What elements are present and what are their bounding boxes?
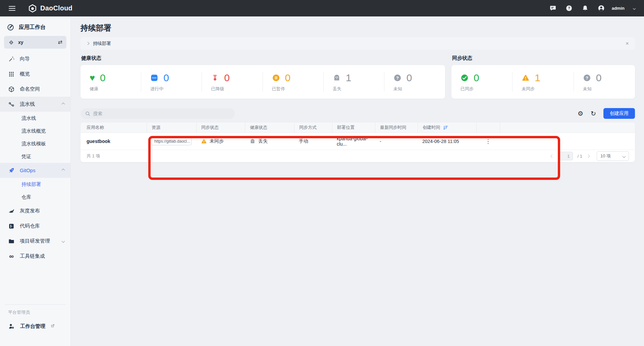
- stat-label: 未同步: [522, 86, 574, 92]
- column-header-sync-mode[interactable]: 同步方式: [294, 122, 332, 133]
- column-header-location[interactable]: 部署位置: [332, 122, 375, 133]
- breadcrumb-label[interactable]: 持续部署: [93, 41, 111, 47]
- chevron-up-icon[interactable]: [62, 169, 65, 172]
- folder-icon: [8, 238, 15, 245]
- workbench-icon: [7, 23, 14, 31]
- stat-value: 1: [535, 72, 540, 84]
- chevron-up-icon[interactable]: [62, 103, 65, 106]
- sidebar-item-label: 灰度发布: [20, 208, 40, 214]
- chevron-down-icon[interactable]: [62, 240, 65, 243]
- sidebar-subitem-repository[interactable]: 仓库: [0, 191, 70, 203]
- stat-label: 已降级: [211, 86, 263, 92]
- table-header-row: 应用名称 资源 同步状态 健康状态 同步方式 部署位置 最新同步时间 创建时间: [80, 122, 635, 133]
- column-header-sync-status[interactable]: 同步状态: [196, 122, 245, 133]
- column-header-health-status[interactable]: 健康状态: [245, 122, 294, 133]
- sidebar-subitem-pipeline[interactable]: 流水线: [0, 112, 70, 125]
- hamburger-menu-icon[interactable]: [9, 6, 15, 11]
- sync-status-text: 未同步: [210, 138, 224, 144]
- sidebar-item-label: 代码仓库: [20, 223, 40, 229]
- search-box[interactable]: [80, 108, 235, 119]
- column-header-resource[interactable]: 资源: [147, 122, 196, 133]
- help-icon[interactable]: ?: [566, 5, 573, 12]
- stat-sync-unknown: ? 0 未知: [574, 65, 635, 99]
- breadcrumb-close-icon[interactable]: ×: [626, 41, 629, 46]
- sidebar-subitem-continuous-deployment[interactable]: 持续部署: [0, 178, 70, 191]
- page-number-input[interactable]: [558, 152, 573, 160]
- sort-icon[interactable]: [443, 125, 448, 131]
- column-header-created[interactable]: 创建时间: [418, 122, 476, 133]
- subitem-label: 流水线概览: [21, 128, 46, 134]
- sidebar-item-wizard[interactable]: 向导: [0, 51, 70, 66]
- cell-sync-status: 未同步: [196, 138, 245, 144]
- avatar[interactable]: [598, 5, 605, 12]
- pagination: / 1 10 项: [551, 151, 629, 161]
- sidebar-item-toolchain[interactable]: ∞ 工具链集成: [0, 249, 70, 264]
- stat-label: 已暂停: [272, 86, 324, 92]
- sidebar-item-gray-release[interactable]: 灰度发布: [0, 203, 70, 218]
- sidebar-subitem-pipeline-overview[interactable]: 流水线概览: [0, 125, 70, 137]
- topbar-right: ? admin: [549, 5, 635, 12]
- sidebar-item-code-repo[interactable]: 代码仓库: [0, 218, 70, 234]
- table-footer: 共 1 项 / 1 10 项: [80, 150, 635, 162]
- stat-healthy: ♥ 0 健康: [80, 65, 141, 99]
- stat-value: 0: [596, 72, 602, 84]
- create-app-button[interactable]: 创建应用: [603, 108, 635, 119]
- column-header-app-name[interactable]: 应用名称: [80, 122, 147, 133]
- warning-triangle-icon: [522, 74, 530, 82]
- cell-app-name[interactable]: guestbook: [80, 139, 147, 144]
- sidebar-item-overview[interactable]: 概览: [0, 66, 70, 82]
- workspace-selector[interactable]: xy ⇄: [4, 36, 66, 49]
- breadcrumb: 持续部署 ×: [80, 37, 635, 50]
- gear-icon[interactable]: ⚙: [578, 110, 583, 117]
- username[interactable]: admin: [612, 6, 625, 11]
- resource-chip[interactable]: https://gitlab.daocl...: [151, 137, 192, 145]
- page-size-select[interactable]: 10 项: [597, 151, 629, 161]
- sidebar: 应用工作台 xy ⇄ 向导 概览 命名空间 流水线: [0, 16, 71, 346]
- user-chevron-down-icon[interactable]: [633, 7, 636, 9]
- workspace-diamond-icon: [8, 39, 14, 46]
- sidebar-subitem-credentials[interactable]: 凭证: [0, 150, 70, 163]
- refresh-icon[interactable]: ↻: [591, 110, 596, 117]
- sidebar-divider: [5, 304, 66, 305]
- sidebar-item-workbench-management[interactable]: 工作台管理: [0, 319, 70, 334]
- table-row[interactable]: guestbook https://gitlab.daocl... 未同步 丢失…: [80, 133, 635, 150]
- sidebar-subitem-pipeline-template[interactable]: 流水线模板: [0, 137, 70, 150]
- main-content: 持续部署 持续部署 × 健康状态 ♥ 0 健康: [71, 16, 644, 346]
- sidebar-item-label: 命名空间: [20, 86, 40, 92]
- stat-value: 0: [100, 72, 106, 84]
- sidebar-item-namespace[interactable]: 命名空间: [0, 82, 70, 97]
- stat-value: 0: [285, 72, 291, 84]
- sidebar-item-gitops[interactable]: GitOps: [0, 163, 70, 178]
- stat-synced: 0 已同步: [451, 65, 513, 99]
- health-status-section: 健康状态 ♥ 0 健康 0 进行中: [80, 55, 445, 99]
- stat-missing: 1 丢失: [324, 65, 384, 99]
- cell-last-sync: -: [375, 139, 418, 144]
- rocket-icon: [8, 167, 15, 174]
- row-actions-kebab-icon[interactable]: ⋮: [476, 138, 500, 145]
- brand: DaoCloud: [28, 4, 72, 13]
- heart-icon: ♥: [90, 74, 95, 82]
- prev-page-icon[interactable]: [550, 154, 554, 158]
- admin-person-icon: [8, 323, 15, 330]
- ghost-icon: [250, 138, 256, 144]
- bell-icon[interactable]: [582, 5, 589, 12]
- next-page-icon[interactable]: [587, 154, 590, 158]
- page-title: 持续部署: [80, 23, 635, 33]
- column-header-last-sync[interactable]: 最新同步时间: [375, 122, 418, 133]
- stat-out-of-sync: 1 未同步: [513, 65, 574, 99]
- bird-icon: [8, 208, 15, 214]
- workspace-swap-icon[interactable]: ⇄: [58, 40, 62, 45]
- cube-icon: [8, 86, 15, 93]
- stat-progressing: 0 进行中: [141, 65, 202, 99]
- sidebar-item-pipeline[interactable]: 流水线: [0, 97, 70, 112]
- sidebar-item-label: GitOps: [20, 167, 36, 173]
- subitem-label: 凭证: [21, 153, 31, 160]
- health-status-title: 健康状态: [81, 55, 445, 61]
- search-input[interactable]: [93, 111, 230, 116]
- total-count: 共 1 项: [87, 153, 100, 159]
- applications-table: 应用名称 资源 同步状态 健康状态 同步方式 部署位置 最新同步时间 创建时间 …: [80, 122, 635, 162]
- chat-icon[interactable]: [549, 5, 557, 12]
- stat-label: 进行中: [150, 86, 202, 92]
- page-total: / 1: [578, 154, 582, 159]
- sidebar-item-project-management[interactable]: 项目研发管理: [0, 234, 70, 249]
